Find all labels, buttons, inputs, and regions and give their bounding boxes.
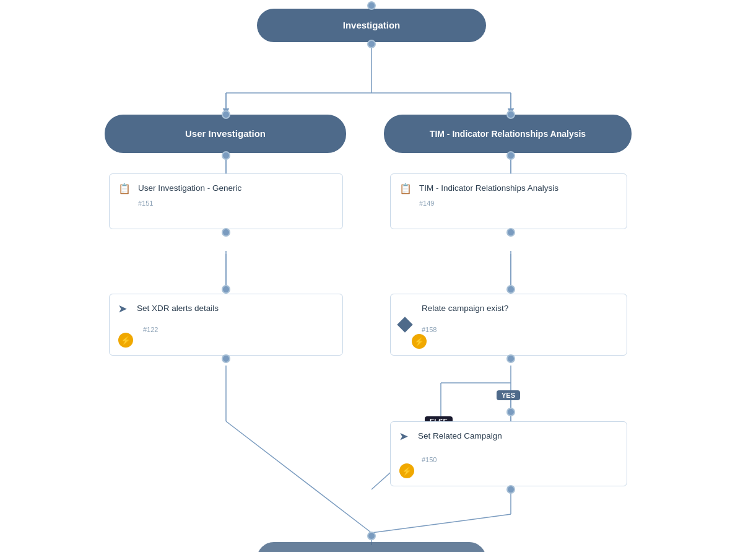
lightning-icon-relate: ⚡ xyxy=(412,334,427,349)
svg-line-22 xyxy=(371,514,511,533)
book-icon: 📋 xyxy=(118,183,131,195)
card-user-inv-generic-title: User Investigation - Generic xyxy=(138,183,332,195)
investigation-node[interactable]: Investigation xyxy=(257,9,486,42)
card-set-xdr-title: Set XDR alerts details xyxy=(137,303,332,315)
card-relate-campaign-id: #158 xyxy=(422,326,617,333)
card-user-inv-generic[interactable]: 📋 User Investigation - Generic #151 xyxy=(109,173,343,229)
card-tim-bottom-dot xyxy=(506,228,515,237)
chevron-right-icon: ➤ xyxy=(118,303,126,315)
relate-campaign-bottom-dot xyxy=(506,354,515,363)
workflow-canvas: Investigation User Investigation TIM - I… xyxy=(0,0,756,552)
card-set-related-id: #150 xyxy=(422,456,617,463)
top-connector-dot xyxy=(367,1,376,10)
card-set-xdr[interactable]: ➤ Set XDR alerts details ⚡ #122 xyxy=(109,294,343,356)
card-tim-indicator-id: #149 xyxy=(419,199,617,207)
card-tim-indicator[interactable]: 📋 TIM - Indicator Relationships Analysis… xyxy=(390,173,627,229)
card-tim-indicator-title: TIM - Indicator Relationships Analysis xyxy=(419,183,617,195)
tim-indicator-node[interactable]: TIM - Indicator Relationships Analysis xyxy=(384,115,632,153)
investigation-bottom-dot xyxy=(367,40,376,48)
connector-lines xyxy=(0,0,756,552)
condition-diamond-icon xyxy=(397,317,412,332)
svg-line-20 xyxy=(226,421,371,533)
user-inv-bottom-dot xyxy=(222,151,230,160)
yes-badge: YES xyxy=(497,390,520,400)
tim-book-icon: 📋 xyxy=(399,183,412,195)
left-branch-dot xyxy=(222,110,230,119)
card-user-inv-generic-id: #151 xyxy=(138,199,332,207)
card-set-xdr-id: #122 xyxy=(143,326,332,333)
lightning-icon-xdr: ⚡ xyxy=(118,333,133,348)
set-related-bottom-dot xyxy=(506,485,515,494)
lightning-icon-related: ⚡ xyxy=(399,463,414,478)
set-xdr-top-dot xyxy=(222,285,230,294)
user-investigation-node[interactable]: User Investigation xyxy=(105,115,346,153)
card-user-inv-bottom-dot xyxy=(222,228,230,237)
card-relate-campaign-title: Relate campaign exist? xyxy=(422,303,617,315)
card-set-related-campaign[interactable]: ➤ Set Related Campaign ⚡ #150 xyxy=(390,421,627,486)
set-xdr-bottom-dot xyxy=(222,354,230,363)
card-set-related-title: Set Related Campaign xyxy=(418,431,617,442)
right-branch-dot xyxy=(506,110,515,119)
yes-dot xyxy=(506,408,515,416)
tim-bottom-dot xyxy=(506,151,515,160)
chevron-right-icon-2: ➤ xyxy=(399,431,407,442)
next-node[interactable]: ​ xyxy=(257,542,486,552)
card-relate-campaign[interactable]: Relate campaign exist? ⚡ #158 xyxy=(390,294,627,356)
bottom-merge-dot xyxy=(367,532,376,540)
relate-campaign-top-dot xyxy=(506,285,515,294)
